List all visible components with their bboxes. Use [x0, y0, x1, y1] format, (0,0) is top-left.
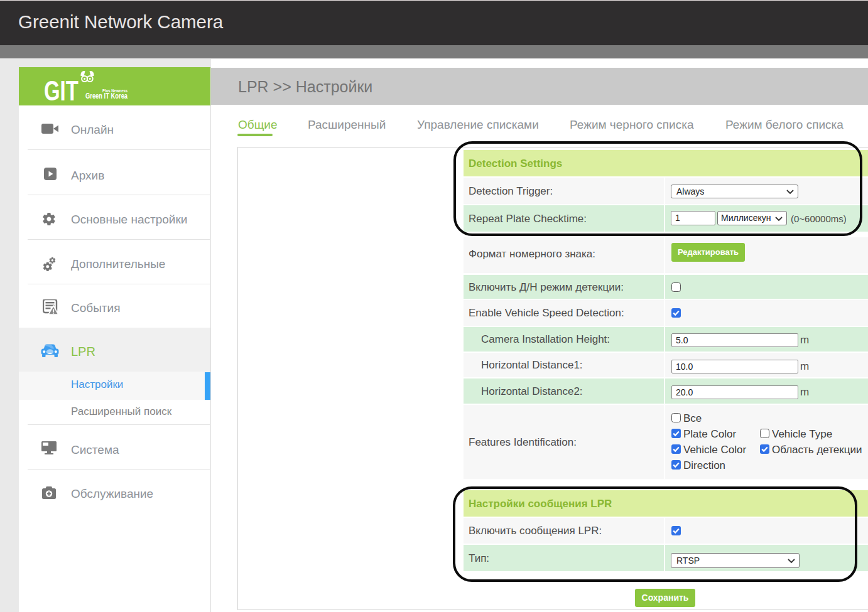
svg-text:Green IT Korea: Green IT Korea [85, 92, 128, 100]
svg-text:GIT: GIT [44, 75, 79, 105]
